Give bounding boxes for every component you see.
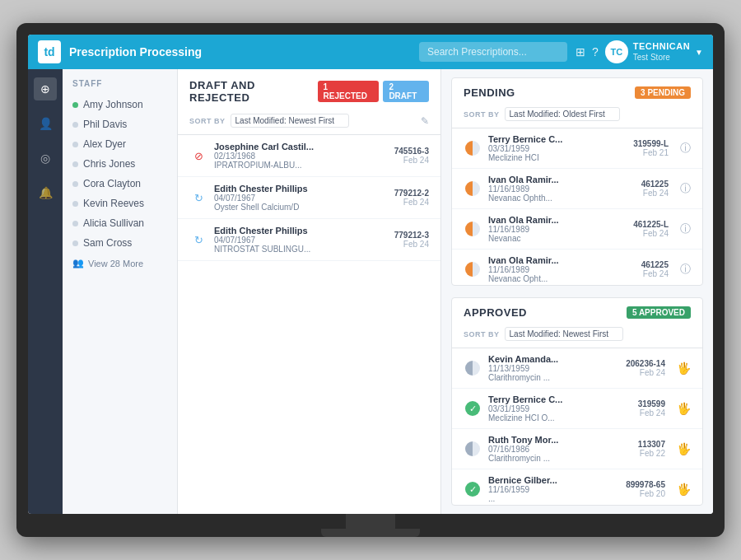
approved-id: 899978-65 [626, 480, 665, 489]
sort-label: SORT BY [189, 117, 226, 125]
pending-sort-select[interactable]: Last Modified: Oldest First [505, 107, 620, 121]
approved-meta: 113307 Feb 22 [638, 440, 665, 458]
draft-icon: ↻ [189, 231, 207, 249]
rx-item[interactable]: ↻ Edith Chester Phillips 04/07/1967 NITR… [178, 219, 440, 261]
pending-info: Ivan Ola Ramir... 11/16/1989 Nevanac Oph… [488, 175, 635, 203]
approved-item[interactable]: Ruth Tony Mor... 07/16/1986 Clarithromyc… [452, 429, 702, 469]
group-icon: 👥 [72, 258, 84, 268]
rx-date: Feb 24 [394, 240, 429, 249]
pending-item[interactable]: Ivan Ola Ramir... 11/16/1989 Nevanac 461… [452, 209, 702, 250]
sort-select[interactable]: Last Modified: Newest First [231, 114, 349, 128]
approved-dob: 11/13/1959 [488, 364, 619, 373]
staff-item[interactable]: Kevin Reeves [63, 194, 177, 213]
edit-icon[interactable]: ✎ [421, 115, 429, 127]
approved-name: Kevin Amanda... [488, 354, 619, 364]
staff-item[interactable]: Amy Johnson [63, 95, 177, 114]
stamp-icon[interactable]: 🖐 [677, 362, 691, 375]
main-content: DRAFT AND REJECTED 1 REJECTED 2 DRAFT SO… [178, 69, 713, 514]
info-icon[interactable]: ⓘ [680, 222, 691, 236]
approved-item[interactable]: ✓ Terry Bernice C... 03/31/1959 Meclizin… [452, 389, 702, 429]
rx-patient-name: Josephine Carl Castil... [214, 142, 388, 152]
pending-badge: 3 PENDING [635, 86, 691, 99]
staff-item[interactable]: Alex Dyer [63, 134, 177, 154]
pending-meta: 461225 Feb 24 [641, 180, 669, 198]
right-panels: PENDING 3 PENDING SORT BY Last Modified:… [441, 69, 713, 514]
status-dot [72, 181, 78, 187]
sidebar-icon-bell[interactable]: 🔔 [34, 181, 57, 204]
approved-info: Kevin Amanda... 11/13/1959 Clarithromyci… [488, 354, 619, 382]
status-dot [72, 201, 78, 207]
app-logo: td [38, 40, 61, 63]
info-icon[interactable]: ⓘ [680, 141, 691, 156]
approved-list: Kevin Amanda... 11/13/1959 Clarithromyci… [452, 348, 702, 506]
draft-badges: 1 REJECTED 2 DRAFT [318, 81, 429, 102]
rx-id: 779212-3 [394, 231, 429, 240]
stamp-icon[interactable]: 🖐 [677, 442, 691, 455]
staff-item[interactable]: Sam Cross [63, 233, 177, 253]
monitor-icon[interactable]: ⊞ [576, 45, 585, 58]
rx-info: Edith Chester Phillips 04/07/1967 NITROS… [214, 226, 388, 254]
rx-dob: 04/07/1967 [214, 236, 388, 245]
approved-item[interactable]: Kevin Amanda... 11/13/1959 Clarithromyci… [452, 348, 702, 389]
pending-section: PENDING 3 PENDING SORT BY Last Modified:… [451, 77, 703, 286]
approved-badge: 5 APPROVED [627, 306, 691, 319]
view-more-button[interactable]: 👥 View 28 More [63, 253, 177, 273]
pending-drug: Nevanac [488, 234, 627, 243]
approved-meta: 319599 Feb 24 [638, 399, 665, 418]
sidebar-icon-users[interactable]: 👤 [34, 112, 57, 135]
rx-item[interactable]: ↻ Edith Chester Phillips 04/07/1967 Oyst… [178, 177, 440, 219]
pending-item[interactable]: Ivan Ola Ramir... 11/16/1989 Nevanac Oph… [452, 250, 702, 286]
approved-sort-select[interactable]: Last Modified: Newest First [505, 327, 623, 341]
pending-info: Terry Bernice C... 03/31/1959 Meclizine … [488, 134, 627, 162]
pending-dob: 11/16/1989 [488, 265, 635, 274]
approved-item[interactable]: ✓ Bernice Gilber... 11/16/1959 ... 89997… [452, 469, 702, 506]
rx-meta: 779212-3 Feb 24 [394, 231, 429, 249]
rx-meta: 779212-2 Feb 24 [394, 189, 429, 207]
pending-id: 319599-L [633, 139, 669, 148]
pending-meta: 319599-L Feb 21 [633, 139, 669, 157]
pending-id: 461225 [641, 180, 669, 189]
staff-item[interactable]: Chris Jones [63, 154, 177, 174]
draft-badge: 2 DRAFT [383, 81, 429, 102]
approved-status-icon [464, 440, 482, 458]
pending-status-icon [464, 139, 482, 157]
rx-date: Feb 24 [394, 156, 429, 165]
rx-item[interactable]: ⊘ Josephine Carl Castil... 02/13/1968 IP… [178, 135, 440, 177]
staff-panel: STAFF Amy Johnson Phil Davis Alex Dyer C… [63, 69, 178, 514]
approved-drug: Clarithromycin ... [488, 373, 619, 382]
rx-drug: NITROSTAT SUBLINGU... [214, 245, 388, 254]
draft-header: DRAFT AND REJECTED 1 REJECTED 2 DRAFT [178, 69, 440, 110]
staff-item[interactable]: Phil Davis [63, 114, 177, 134]
stamp-icon[interactable]: 🖐 [677, 402, 691, 415]
approved-header: APPROVED 5 APPROVED [452, 298, 702, 324]
approved-status-icon: ✓ [464, 480, 482, 498]
pending-dob: 11/16/1989 [488, 184, 635, 194]
search-input[interactable] [419, 42, 567, 62]
pending-drug: Meclizine HCI [488, 153, 627, 162]
nav-icons: ⊞ ? TC TECHNICAN Test Store ▼ [576, 40, 703, 63]
stand-neck [346, 514, 395, 529]
pending-item[interactable]: Terry Bernice C... 03/31/1959 Meclizine … [452, 128, 702, 169]
pending-item[interactable]: Ivan Ola Ramir... 11/16/1989 Nevanac Oph… [452, 169, 702, 209]
approved-date: Feb 20 [626, 489, 665, 498]
sidebar-icon-globe[interactable]: ◎ [34, 147, 57, 170]
pending-dob: 03/31/1959 [488, 144, 627, 153]
pending-name: Ivan Ola Ramir... [488, 255, 635, 265]
approved-name: Bernice Gilber... [488, 475, 619, 485]
staff-item[interactable]: Cora Clayton [63, 174, 177, 194]
pending-info: Ivan Ola Ramir... 11/16/1989 Nevanac Oph… [488, 255, 635, 283]
sidebar-icon-home[interactable]: ⊕ [34, 77, 57, 100]
left-sidebar: ⊕ 👤 ◎ 🔔 [28, 69, 63, 514]
staff-name: Alicia Sullivan [83, 217, 144, 229]
info-icon[interactable]: ⓘ [680, 262, 691, 277]
info-icon[interactable]: ⓘ [680, 181, 691, 196]
rx-patient-name: Edith Chester Phillips [214, 226, 388, 236]
approved-drug: Meclizine HCI O... [488, 413, 631, 422]
pending-title: PENDING [464, 86, 515, 99]
avatar: TC [605, 40, 628, 63]
user-menu[interactable]: TC TECHNICAN Test Store ▼ [605, 40, 703, 63]
stamp-icon[interactable]: 🖐 [677, 483, 691, 496]
pending-info: Ivan Ola Ramir... 11/16/1989 Nevanac [488, 215, 627, 243]
staff-item[interactable]: Alicia Sullivan [63, 213, 177, 233]
help-icon[interactable]: ? [592, 45, 599, 58]
